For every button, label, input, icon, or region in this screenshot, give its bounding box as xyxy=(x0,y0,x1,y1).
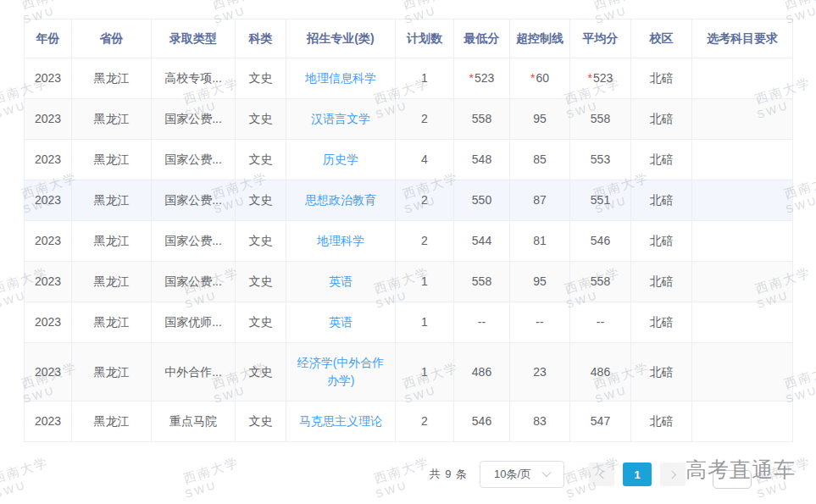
cell-avg_score: *523 xyxy=(570,58,631,99)
total-count-label: 共 9 条 xyxy=(430,467,468,482)
cell-major: 汉语言文学 xyxy=(286,99,396,140)
cell-major: 地理科学 xyxy=(286,221,396,262)
cell-plan_count: 2 xyxy=(396,99,454,140)
cell-min_score: 548 xyxy=(454,140,510,180)
column-header-plan_count: 计划数 xyxy=(396,19,454,58)
cell-avg_score: 553 xyxy=(570,140,631,180)
page-size-select[interactable]: 10条/页 xyxy=(480,461,564,488)
cell-campus: 北碚 xyxy=(631,140,692,180)
cell-admission_type: 国家公费... xyxy=(152,99,236,140)
table-header: 年份省份录取类型科类招生专业(类)计划数最低分超控制线平均分校区选考科目要求 xyxy=(25,19,793,58)
cell-above_control_line: 95 xyxy=(510,262,570,302)
cell-avg_score: 546 xyxy=(570,221,631,262)
cell-subject_category: 文史 xyxy=(236,180,286,221)
cell-year: 2023 xyxy=(25,58,72,99)
column-header-subject_category: 科类 xyxy=(236,19,286,58)
page-size-value: 10条/页 xyxy=(494,467,531,482)
cell-min_score: 544 xyxy=(454,221,510,262)
cell-subject_category: 文史 xyxy=(236,140,286,180)
cell-campus: 北碚 xyxy=(631,302,692,343)
major-link[interactable]: 英语 xyxy=(329,274,352,288)
major-link[interactable]: 马克思主义理论 xyxy=(299,414,382,428)
cell-subject_category: 文史 xyxy=(236,99,286,140)
cell-campus: 北碚 xyxy=(631,180,692,221)
cell-min_score: -- xyxy=(454,302,510,343)
cell-above_control_line: 81 xyxy=(510,221,570,262)
column-header-min_score: 最低分 xyxy=(454,19,510,58)
cell-province: 黑龙江 xyxy=(72,343,152,402)
table-row: 2023黑龙江高校专项...文史地理信息科学1*523*60*523北碚 xyxy=(25,58,793,99)
cell-subject_category: 文史 xyxy=(236,343,286,402)
major-link[interactable]: 地理信息科学 xyxy=(305,71,376,85)
cell-admission_type: 国家公费... xyxy=(152,180,236,221)
cell-subject_requirements xyxy=(692,140,793,180)
table-row: 2023黑龙江重点马院文史马克思主义理论254683547北碚 xyxy=(25,402,793,442)
cell-plan_count: 1 xyxy=(396,262,454,302)
cell-subject_category: 文史 xyxy=(236,221,286,262)
cell-major: 英语 xyxy=(286,262,396,302)
cell-avg_score: -- xyxy=(570,302,631,343)
cell-province: 黑龙江 xyxy=(72,140,152,180)
cell-subject_requirements xyxy=(692,180,793,221)
logo-text: 高考直通车 xyxy=(686,457,796,481)
table-row: 2023黑龙江中外合作...文史经济学(中外合作办学)148623486北碚 xyxy=(25,343,793,402)
cell-subject_category: 文史 xyxy=(236,402,286,442)
next-page-button[interactable] xyxy=(660,462,686,486)
asterisk-flag: * xyxy=(469,71,474,85)
cell-province: 黑龙江 xyxy=(72,402,152,442)
arrow-left-icon xyxy=(598,470,607,479)
cell-min_score: 486 xyxy=(454,343,510,402)
cell-province: 黑龙江 xyxy=(72,58,152,99)
column-header-year: 年份 xyxy=(25,19,72,58)
cell-campus: 北碚 xyxy=(631,58,692,99)
cell-major: 思想政治教育 xyxy=(286,180,396,221)
cell-admission_type: 国家公费... xyxy=(152,140,236,180)
table-row: 2023黑龙江国家优师...文史英语1------北碚 xyxy=(25,302,793,343)
cell-province: 黑龙江 xyxy=(72,99,152,140)
cell-plan_count: 1 xyxy=(396,302,454,343)
cell-subject_requirements xyxy=(692,302,793,343)
cell-year: 2023 xyxy=(25,402,72,442)
cell-plan_count: 2 xyxy=(396,402,454,442)
column-header-campus: 校区 xyxy=(631,19,692,58)
cell-major: 英语 xyxy=(286,302,396,343)
cell-above_control_line: 95 xyxy=(510,99,570,140)
cell-subject_requirements xyxy=(692,343,793,402)
major-link[interactable]: 英语 xyxy=(329,315,352,329)
cell-min_score: 550 xyxy=(454,180,510,221)
cell-campus: 北碚 xyxy=(631,343,692,402)
cell-province: 黑龙江 xyxy=(72,180,152,221)
major-link[interactable]: 思想政治教育 xyxy=(305,193,376,207)
cell-plan_count: 1 xyxy=(396,58,454,99)
table-header-row: 年份省份录取类型科类招生专业(类)计划数最低分超控制线平均分校区选考科目要求 xyxy=(25,19,793,58)
table-row: 2023黑龙江国家公费...文史汉语言文学255895558北碚 xyxy=(25,99,793,140)
column-header-above_control_line: 超控制线 xyxy=(510,19,570,58)
cell-province: 黑龙江 xyxy=(72,221,152,262)
column-header-major: 招生专业(类) xyxy=(286,19,396,58)
cell-admission_type: 高校专项... xyxy=(152,58,236,99)
cell-year: 2023 xyxy=(25,343,72,402)
gaokao-zhitongche-logo: 高考直通车 xyxy=(686,456,796,484)
chevron-down-icon xyxy=(541,467,551,476)
cell-min_score: 546 xyxy=(454,402,510,442)
cell-year: 2023 xyxy=(25,99,72,140)
major-link[interactable]: 经济学(中外合作办学) xyxy=(297,356,385,387)
arrow-right-icon xyxy=(668,470,676,479)
major-link[interactable]: 汉语言文学 xyxy=(311,112,370,125)
cell-plan_count: 4 xyxy=(396,140,454,180)
cell-major: 历史学 xyxy=(286,140,396,180)
column-header-province: 省份 xyxy=(72,19,152,58)
cell-above_control_line: 85 xyxy=(510,140,570,180)
major-link[interactable]: 历史学 xyxy=(323,152,358,166)
cell-year: 2023 xyxy=(25,262,72,302)
cell-avg_score: 551 xyxy=(570,180,631,221)
cell-subject_category: 文史 xyxy=(236,58,286,99)
prev-page-button[interactable] xyxy=(589,462,614,486)
cell-major: 经济学(中外合作办学) xyxy=(286,343,396,402)
cell-major: 地理信息科学 xyxy=(286,58,396,99)
cell-subject_requirements xyxy=(692,221,793,262)
page-1-button[interactable]: 1 xyxy=(623,462,652,486)
cell-subject_requirements xyxy=(692,99,793,140)
cell-above_control_line: -- xyxy=(510,302,570,343)
major-link[interactable]: 地理科学 xyxy=(317,234,364,247)
